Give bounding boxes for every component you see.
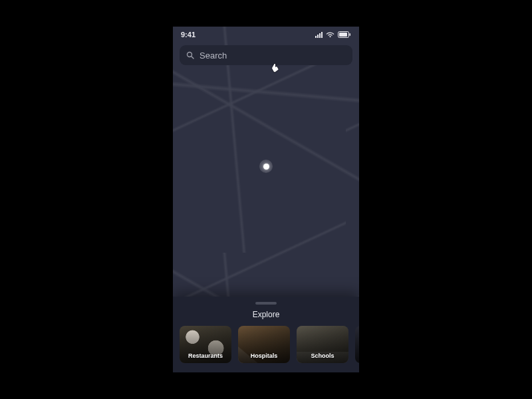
status-bar: 9:41: [173, 27, 359, 43]
svg-line-4: [192, 57, 194, 59]
current-location-marker[interactable]: [259, 160, 273, 173]
status-time: 9:41: [181, 31, 196, 39]
category-list[interactable]: Restaurants Hospitals Schools P: [173, 326, 359, 363]
phone-screen: 9:41 Explore Restauran: [173, 27, 359, 372]
category-card-restaurants[interactable]: Restaurants: [180, 326, 231, 363]
svg-rect-2: [350, 33, 351, 36]
search-input[interactable]: [200, 51, 346, 61]
search-bar[interactable]: [180, 45, 352, 65]
category-label: Restaurants: [188, 352, 223, 359]
category-card-partial[interactable]: P: [355, 326, 359, 363]
category-card-schools[interactable]: Schools: [297, 326, 348, 363]
category-card-hospitals[interactable]: Hospitals: [238, 326, 290, 363]
battery-icon: [338, 31, 351, 38]
status-indicators: [315, 31, 351, 38]
search-bar-container: [173, 43, 359, 65]
category-label: Hospitals: [251, 352, 278, 359]
explore-bottom-sheet[interactable]: Explore Restaurants Hospitals Schools P: [173, 297, 359, 372]
category-label: Schools: [311, 352, 334, 359]
cellular-signal-icon: [315, 32, 323, 38]
svg-point-3: [188, 53, 192, 57]
svg-rect-1: [339, 33, 347, 37]
sheet-grabber[interactable]: [255, 302, 277, 305]
pointer-cursor-icon: [271, 64, 279, 73]
search-icon: [186, 51, 194, 59]
sheet-title: Explore: [173, 310, 359, 319]
wifi-icon: [326, 31, 334, 38]
